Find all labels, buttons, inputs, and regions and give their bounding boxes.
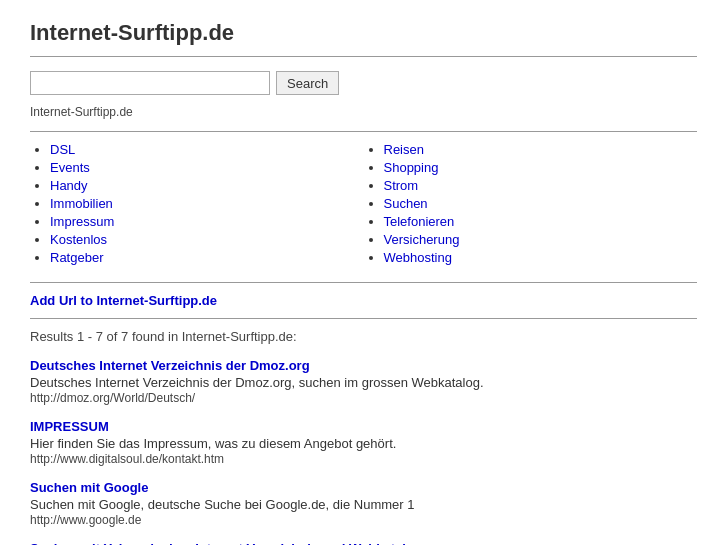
categories-section: DSLEventsHandyImmobilienImpressumKostenl… [30,142,697,268]
list-item: Telefonieren [384,214,698,229]
result-item: Deutsches Internet Verzeichnis der Dmoz.… [30,358,697,405]
divider-mid [30,282,697,283]
results-count: Results 1 - 7 of 7 found in Internet-Sur… [30,329,697,344]
category-link[interactable]: Reisen [384,142,424,157]
list-item: Strom [384,178,698,193]
result-title-link[interactable]: Deutsches Internet Verzeichnis der Dmoz.… [30,358,310,373]
list-item: Reisen [384,142,698,157]
result-url: http://www.digitalsoul.de/kontakt.htm [30,452,697,466]
category-col-left: DSLEventsHandyImmobilienImpressumKostenl… [30,142,364,268]
result-desc: Hier finden Sie das Impressum, was zu di… [30,436,697,451]
result-title-link[interactable]: IMPRESSUM [30,419,109,434]
result-url: http://www.google.de [30,513,697,527]
category-link[interactable]: Immobilien [50,196,113,211]
category-link[interactable]: Handy [50,178,88,193]
search-button[interactable]: Search [276,71,339,95]
site-title: Internet-Surftipp.de [30,20,697,57]
category-link[interactable]: Suchen [384,196,428,211]
search-form: Search [30,71,697,95]
result-title-link[interactable]: Suchen mit Google [30,480,148,495]
result-item: IMPRESSUMHier finden Sie das Impressum, … [30,419,697,466]
add-url-section: Add Url to Internet-Surftipp.de [30,293,697,319]
category-link[interactable]: Kostenlos [50,232,107,247]
list-item: Immobilien [50,196,364,211]
list-item: Impressum [50,214,364,229]
divider-top [30,131,697,132]
category-link[interactable]: Ratgeber [50,250,103,265]
category-list-left: DSLEventsHandyImmobilienImpressumKostenl… [30,142,364,265]
results-list: Deutsches Internet Verzeichnis der Dmoz.… [30,358,697,545]
result-url: http://dmoz.org/World/Deutsch/ [30,391,697,405]
list-item: Versicherung [384,232,698,247]
list-item: Handy [50,178,364,193]
category-list-right: ReisenShoppingStromSuchenTelefonierenVer… [364,142,698,265]
category-link[interactable]: Impressum [50,214,114,229]
result-desc: Deutsches Internet Verzeichnis der Dmoz.… [30,375,697,390]
list-item: Suchen [384,196,698,211]
category-link[interactable]: Events [50,160,90,175]
list-item: Kostenlos [50,232,364,247]
category-link[interactable]: Webhosting [384,250,452,265]
list-item: Webhosting [384,250,698,265]
search-section: Search [30,71,697,95]
add-url-link[interactable]: Add Url to Internet-Surftipp.de [30,293,217,308]
result-desc: Suchen mit Google, deutsche Suche bei Go… [30,497,697,512]
category-link[interactable]: Telefonieren [384,214,455,229]
list-item: Ratgeber [50,250,364,265]
result-title-link[interactable]: Suchen mit Yahoo.de dem Internet Verzeic… [30,541,422,545]
list-item: DSL [50,142,364,157]
search-input[interactable] [30,71,270,95]
list-item: Events [50,160,364,175]
site-label: Internet-Surftipp.de [30,105,697,119]
category-link[interactable]: DSL [50,142,75,157]
list-item: Shopping [384,160,698,175]
category-col-right: ReisenShoppingStromSuchenTelefonierenVer… [364,142,698,268]
result-item: Suchen mit Yahoo.de dem Internet Verzeic… [30,541,697,545]
result-item: Suchen mit GoogleSuchen mit Google, deut… [30,480,697,527]
category-link[interactable]: Shopping [384,160,439,175]
category-link[interactable]: Strom [384,178,419,193]
category-link[interactable]: Versicherung [384,232,460,247]
